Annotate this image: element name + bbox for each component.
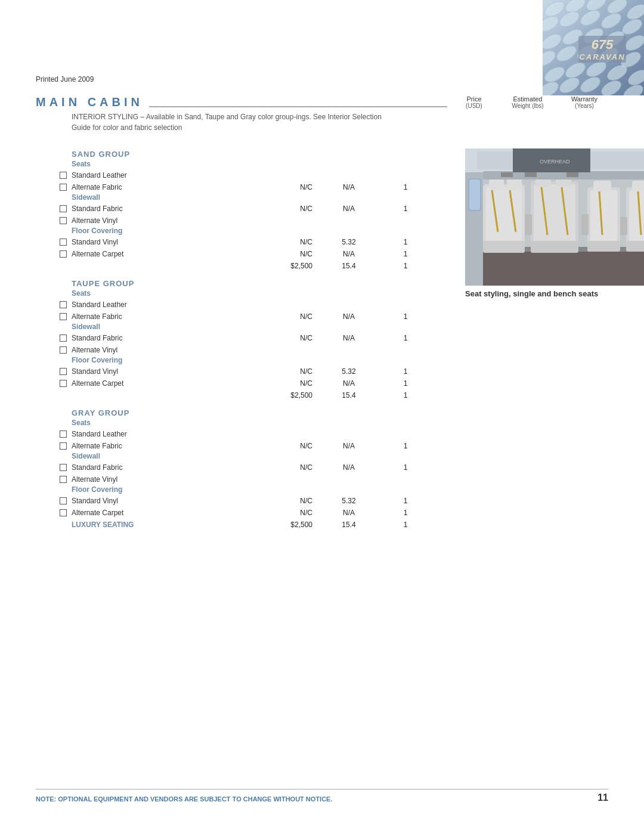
weight-value: 5.32 bbox=[316, 238, 382, 246]
checkbox[interactable] bbox=[60, 509, 67, 516]
checkbox-area bbox=[36, 184, 72, 191]
price-value: N/C bbox=[274, 238, 316, 246]
warranty-value: 1 bbox=[382, 521, 429, 529]
svg-rect-43 bbox=[483, 241, 525, 253]
checkbox[interactable] bbox=[60, 431, 67, 438]
weight-value: N/A bbox=[316, 334, 382, 342]
svg-rect-66 bbox=[581, 214, 589, 235]
item-label: Alternate Carpet bbox=[72, 509, 274, 517]
list-item: Standard Leather bbox=[36, 169, 429, 181]
svg-rect-44 bbox=[489, 178, 504, 190]
item-values: N/C N/A 1 bbox=[274, 379, 429, 388]
svg-rect-42 bbox=[486, 187, 522, 247]
checkbox[interactable] bbox=[60, 172, 67, 179]
weight-value: N/A bbox=[316, 442, 382, 450]
gray-floor-subtitle: Floor Covering bbox=[36, 485, 429, 494]
item-values: N/C 5.32 1 bbox=[274, 367, 429, 376]
svg-rect-69 bbox=[469, 179, 480, 210]
svg-rect-67 bbox=[620, 217, 627, 235]
item-label: Standard Fabric bbox=[72, 334, 274, 342]
sand-group-title: SAND GROUP bbox=[36, 150, 429, 159]
page: 675 CARAVAN Printed June 2009 MAIN CABIN… bbox=[0, 0, 644, 833]
svg-rect-63 bbox=[632, 181, 644, 191]
warranty-value: 1 bbox=[382, 442, 429, 450]
item-values: $2,500 15.4 1 bbox=[274, 262, 429, 270]
svg-rect-57 bbox=[587, 241, 620, 252]
warranty-value: 1 bbox=[382, 367, 429, 376]
item-label: Standard Vinyl bbox=[72, 367, 274, 376]
svg-text:CARAVAN: CARAVAN bbox=[579, 52, 625, 61]
gray-group: GRAY GROUP Seats Standard Leather bbox=[36, 408, 429, 531]
checkbox[interactable] bbox=[60, 313, 67, 320]
item-values: N/C N/A 1 bbox=[274, 183, 429, 191]
checkbox-area bbox=[36, 217, 72, 224]
list-item: $2,500 15.4 1 bbox=[36, 260, 429, 272]
checkbox[interactable] bbox=[60, 346, 67, 354]
checkbox[interactable] bbox=[60, 442, 67, 450]
checkbox-area bbox=[36, 464, 72, 471]
item-label: Standard Leather bbox=[72, 301, 274, 309]
checkbox-area bbox=[36, 442, 72, 450]
item-label: Alternate Vinyl bbox=[72, 216, 274, 225]
list-item: $2,500 15.4 1 bbox=[36, 389, 429, 401]
item-values: N/C N/A 1 bbox=[274, 509, 429, 517]
header: 675 CARAVAN Printed June 2009 bbox=[0, 0, 644, 95]
item-label: Alternate Carpet bbox=[72, 379, 274, 388]
weight-value: N/A bbox=[316, 183, 382, 191]
svg-rect-61 bbox=[629, 190, 644, 247]
price-value: $2,500 bbox=[274, 262, 316, 270]
checkbox[interactable] bbox=[60, 368, 67, 375]
checkbox-area bbox=[36, 301, 72, 308]
checkbox[interactable] bbox=[60, 217, 67, 224]
checkbox[interactable] bbox=[60, 239, 67, 246]
svg-rect-65 bbox=[525, 214, 532, 235]
gray-seats-subtitle: Seats bbox=[36, 419, 429, 427]
checkbox[interactable] bbox=[60, 205, 67, 212]
content-row: SAND GROUP Seats Standard Leather bbox=[36, 143, 608, 535]
svg-rect-50 bbox=[531, 241, 578, 253]
checkbox[interactable] bbox=[60, 250, 67, 258]
checkbox[interactable] bbox=[60, 464, 67, 471]
item-label: Standard Fabric bbox=[72, 463, 274, 472]
checkbox[interactable] bbox=[60, 301, 67, 308]
list-item: Alternate Vinyl bbox=[36, 473, 429, 485]
section-divider bbox=[149, 106, 447, 107]
sand-sidewall-subtitle: Sidewall bbox=[36, 193, 429, 202]
item-values: N/C N/A 1 bbox=[274, 250, 429, 258]
col-header-price: Price (USD) bbox=[453, 95, 495, 109]
warranty-value: 1 bbox=[382, 391, 429, 400]
warranty-value: 1 bbox=[382, 183, 429, 191]
svg-rect-71 bbox=[501, 172, 513, 177]
item-values: N/C N/A 1 bbox=[274, 442, 429, 450]
col-header-warranty: Warranty (Years) bbox=[561, 95, 608, 109]
checkbox-area bbox=[36, 476, 72, 483]
footer-note-area: NOTE: OPTIONAL EQUIPMENT AND VENDORS ARE… bbox=[36, 789, 608, 803]
checkbox[interactable] bbox=[60, 497, 67, 504]
warranty-value: 1 bbox=[382, 262, 429, 270]
item-label: Standard Leather bbox=[72, 430, 274, 438]
weight-value: 5.32 bbox=[316, 367, 382, 376]
list-item: Alternate Carpet N/C N/A 1 bbox=[36, 507, 429, 519]
checkbox[interactable] bbox=[60, 476, 67, 483]
warranty-value: 1 bbox=[382, 379, 429, 388]
item-values: N/C 5.32 1 bbox=[274, 497, 429, 505]
checkbox-area bbox=[36, 205, 72, 212]
checkbox[interactable] bbox=[60, 380, 67, 387]
list-item: Standard Vinyl N/C 5.32 1 bbox=[36, 236, 429, 248]
price-value: N/C bbox=[274, 463, 316, 472]
warranty-value: 1 bbox=[382, 205, 429, 213]
seat-photo: OVERHEAD bbox=[465, 148, 644, 286]
item-label: Alternate Fabric bbox=[72, 183, 274, 191]
item-label: Standard Fabric bbox=[72, 205, 274, 213]
svg-text:675: 675 bbox=[592, 37, 614, 52]
checkbox[interactable] bbox=[60, 184, 67, 191]
list-item: Standard Vinyl N/C 5.32 1 bbox=[36, 366, 429, 377]
svg-rect-56 bbox=[590, 190, 617, 247]
checkbox[interactable] bbox=[60, 335, 67, 342]
warranty-value: 1 bbox=[382, 238, 429, 246]
checkbox-area bbox=[36, 239, 72, 246]
seat-image-area: OVERHEAD Seat styling, single and bench … bbox=[465, 148, 644, 298]
section-title: MAIN CABIN bbox=[36, 95, 149, 109]
footer-note-text: NOTE: OPTIONAL EQUIPMENT AND VENDORS ARE… bbox=[36, 795, 332, 803]
list-item: Standard Fabric N/C N/A 1 bbox=[36, 462, 429, 473]
